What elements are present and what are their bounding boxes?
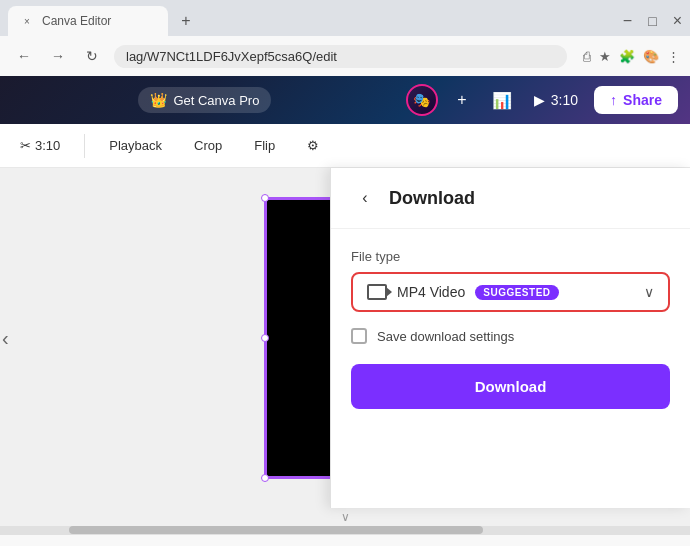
get-canva-pro-button[interactable]: 👑 Get Canva Pro bbox=[138, 87, 271, 113]
crown-icon: 👑 bbox=[150, 92, 167, 108]
play-time-label: 3:10 bbox=[551, 92, 578, 108]
horizontal-scrollbar[interactable] bbox=[0, 526, 690, 534]
nav-buttons: ← → ↻ bbox=[10, 42, 106, 70]
window-controls: − □ × bbox=[623, 12, 682, 30]
user-avatar[interactable]: 🎭 bbox=[406, 84, 438, 116]
save-settings-row: Save download settings bbox=[351, 328, 670, 344]
reload-button[interactable]: ↻ bbox=[78, 42, 106, 70]
back-button[interactable]: ← bbox=[10, 42, 38, 70]
resize-handle-topleft[interactable] bbox=[261, 194, 269, 202]
analytics-icon[interactable]: 📊 bbox=[486, 84, 518, 116]
toolbar-divider-1 bbox=[84, 134, 85, 158]
tab-title: Canva Editor bbox=[42, 14, 111, 28]
address-bar: ← → ↻ lag/W7NCt1LDF6JvXepf5csa6Q/edit ⎙ … bbox=[0, 36, 690, 76]
address-icons: ⎙ ★ 🧩 🎨 ⋮ bbox=[583, 49, 680, 64]
panel-body: File type MP4 Video SUGGESTED ∨ Save dow… bbox=[331, 229, 690, 429]
resize-handle-bottomleft[interactable] bbox=[261, 474, 269, 482]
share-icon: ↑ bbox=[610, 92, 617, 108]
playback-label: Playback bbox=[109, 138, 162, 153]
canva-ext-icon[interactable]: 🎨 bbox=[643, 49, 659, 64]
crop-button[interactable]: Crop bbox=[186, 134, 230, 157]
minimize-button[interactable]: − bbox=[623, 12, 632, 30]
extensions-icon[interactable]: 🧩 bbox=[619, 49, 635, 64]
video-file-icon bbox=[367, 284, 387, 300]
tab-close-button[interactable]: × bbox=[20, 14, 34, 28]
menu-icon[interactable]: ⋮ bbox=[667, 49, 680, 64]
play-time-button[interactable]: ▶ 3:10 bbox=[526, 88, 586, 112]
flip-label: Flip bbox=[254, 138, 275, 153]
left-scroll-button[interactable]: ‹ bbox=[2, 327, 9, 350]
scissors-tool[interactable]: ✂ 3:10 bbox=[12, 134, 68, 157]
more-icon: ⚙ bbox=[307, 138, 319, 153]
play-icon: ▶ bbox=[534, 92, 545, 108]
save-settings-checkbox[interactable] bbox=[351, 328, 367, 344]
share-page-icon[interactable]: ⎙ bbox=[583, 49, 591, 64]
resize-handle-midleft[interactable] bbox=[261, 334, 269, 342]
download-button[interactable]: Download bbox=[351, 364, 670, 409]
scrollbar-thumb[interactable] bbox=[69, 526, 483, 534]
address-text: lag/W7NCt1LDF6JvXepf5csa6Q/edit bbox=[126, 49, 337, 64]
bookmark-icon[interactable]: ★ bbox=[599, 49, 611, 64]
address-field[interactable]: lag/W7NCt1LDF6JvXepf5csa6Q/edit bbox=[114, 45, 567, 68]
save-settings-label: Save download settings bbox=[377, 329, 514, 344]
new-tab-button[interactable]: + bbox=[172, 7, 200, 35]
panel-back-button[interactable]: ‹ bbox=[351, 184, 379, 212]
playback-button[interactable]: Playback bbox=[101, 134, 170, 157]
flip-button[interactable]: Flip bbox=[246, 134, 283, 157]
maximize-button[interactable]: □ bbox=[648, 13, 656, 29]
timeline-area: ▶ 3:10 Imagine Dragons Natural Kill The … bbox=[0, 534, 690, 546]
panel-header: ‹ Download bbox=[331, 168, 690, 229]
add-button[interactable]: + bbox=[446, 84, 478, 116]
main-area: ‹ Download File type MP4 Video SUGGESTED… bbox=[0, 168, 690, 508]
pro-label: Get Canva Pro bbox=[173, 93, 259, 108]
file-type-select[interactable]: MP4 Video SUGGESTED ∨ bbox=[351, 272, 670, 312]
scissors-icon: ✂ bbox=[20, 138, 31, 153]
time-display: 3:10 bbox=[35, 138, 60, 153]
window-close-button[interactable]: × bbox=[673, 12, 682, 30]
file-type-label: File type bbox=[351, 249, 670, 264]
tab-bar: × Canva Editor + − □ × bbox=[0, 0, 690, 36]
chevron-down-icon: ∨ bbox=[644, 284, 654, 300]
crop-label: Crop bbox=[194, 138, 222, 153]
file-type-name: MP4 Video bbox=[397, 284, 465, 300]
browser-chrome: × Canva Editor + − □ × ← → ↻ lag/W7NCt1L… bbox=[0, 0, 690, 76]
more-options-button[interactable]: ⚙ bbox=[299, 134, 327, 157]
suggested-badge: SUGGESTED bbox=[475, 285, 558, 300]
share-label: Share bbox=[623, 92, 662, 108]
download-panel: ‹ Download File type MP4 Video SUGGESTED… bbox=[330, 168, 690, 508]
scroll-down-icon[interactable]: ∨ bbox=[341, 510, 350, 524]
canva-toolbar: ✂ 3:10 Playback Crop Flip ⚙ bbox=[0, 124, 690, 168]
canva-header: 👑 Get Canva Pro 🎭 + 📊 ▶ 3:10 ↑ Share bbox=[0, 76, 690, 124]
file-type-left: MP4 Video SUGGESTED bbox=[367, 284, 559, 300]
forward-button[interactable]: → bbox=[44, 42, 72, 70]
panel-title: Download bbox=[389, 188, 475, 209]
share-button[interactable]: ↑ Share bbox=[594, 86, 678, 114]
active-tab[interactable]: × Canva Editor bbox=[8, 6, 168, 36]
bottom-scroll-area: ∨ bbox=[0, 508, 690, 526]
avatar-image: 🎭 bbox=[413, 92, 430, 108]
